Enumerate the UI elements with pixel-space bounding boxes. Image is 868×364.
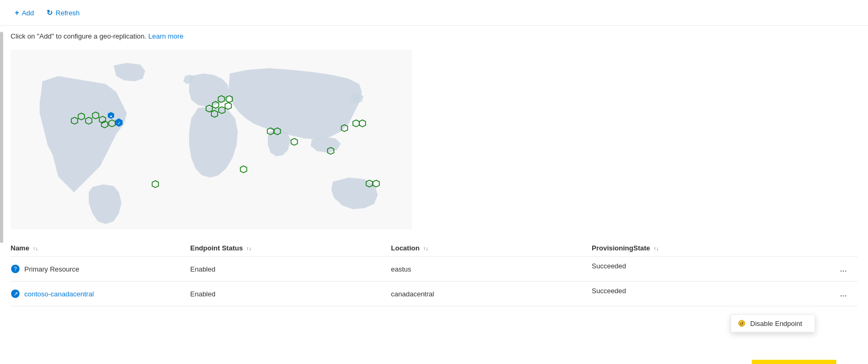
bottom-highlight-bar: [752, 360, 836, 364]
table-section: Name ↑↓ Endpoint Status ↑↓ Location ↑↓ P…: [0, 240, 868, 306]
info-text: Click on "Add" to configure a geo-replic…: [11, 32, 146, 40]
info-bar: Click on "Add" to configure a geo-replic…: [0, 26, 868, 44]
disable-endpoint-label: Disable Endpoint: [750, 320, 802, 328]
provisioning-text-0: Succeeded: [592, 262, 626, 270]
add-button[interactable]: + Add: [11, 5, 38, 20]
svg-text:✓: ✓: [117, 121, 121, 126]
endpoint-status-0: Enabled: [190, 257, 391, 282]
col-header-location[interactable]: Location ↑↓: [391, 240, 592, 257]
provisioning-state-1: Succeeded...: [592, 282, 857, 306]
more-button-1[interactable]: ...: [836, 287, 851, 301]
learn-more-link[interactable]: Learn more: [148, 32, 183, 40]
row-icon-1: ↗: [11, 289, 20, 298]
map-svg: ✓ ●: [11, 50, 412, 229]
svg-text:●: ●: [110, 114, 112, 118]
data-table: Name ↑↓ Endpoint Status ↑↓ Location ↑↓ P…: [11, 240, 857, 306]
location-sort-icon: ↑↓: [423, 246, 428, 251]
map-section: ✓ ●: [0, 44, 868, 240]
left-scrollbar[interactable]: [0, 32, 3, 243]
provisioning-sort-icon: ↑↓: [654, 246, 659, 251]
table-header-row: Name ↑↓ Endpoint Status ↑↓ Location ↑↓ P…: [11, 240, 857, 257]
table-row: ↗contoso-canadacentralEnabledcanadacentr…: [11, 282, 857, 306]
name-cell-0: ?Primary Resource: [11, 257, 190, 282]
refresh-icon: ↻: [46, 8, 53, 17]
svg-text:↗: ↗: [13, 291, 18, 297]
refresh-button[interactable]: ↻ Refresh: [42, 5, 84, 20]
row-icon-0: ?: [11, 264, 20, 274]
world-map: ✓ ●: [11, 50, 412, 229]
name-text-0: Primary Resource: [24, 265, 79, 273]
refresh-label: Refresh: [55, 9, 80, 17]
table-row: ?Primary ResourceEnabledeastusSucceeded.…: [11, 257, 857, 282]
location-0: eastus: [391, 257, 592, 282]
provisioning-text-1: Succeeded: [592, 287, 626, 295]
provisioning-state-0: Succeeded...: [592, 257, 857, 282]
context-menu: ↺ Disable Endpoint: [731, 314, 815, 332]
disable-endpoint-icon: ↺: [738, 319, 746, 328]
toolbar: + Add ↻ Refresh: [0, 0, 868, 26]
endpoint-status-1: Enabled: [190, 282, 391, 306]
col-header-name[interactable]: Name ↑↓: [11, 240, 190, 257]
location-1: canadacentral: [391, 282, 592, 306]
col-header-endpoint-status[interactable]: Endpoint Status ↑↓: [190, 240, 391, 257]
disable-endpoint-menu-item[interactable]: ↺ Disable Endpoint: [731, 315, 815, 332]
svg-text:↺: ↺: [740, 321, 744, 326]
more-button-0[interactable]: ...: [836, 262, 851, 276]
name-link-1[interactable]: contoso-canadacentral: [24, 290, 94, 298]
col-header-provisioning-state[interactable]: ProvisioningState ↑↓: [592, 240, 857, 257]
add-label: Add: [22, 9, 34, 17]
svg-text:?: ?: [14, 266, 17, 272]
name-sort-icon: ↑↓: [33, 246, 38, 251]
add-icon: +: [15, 8, 19, 17]
name-cell-1: ↗contoso-canadacentral: [11, 282, 190, 306]
endpoint-sort-icon: ↑↓: [246, 246, 251, 251]
